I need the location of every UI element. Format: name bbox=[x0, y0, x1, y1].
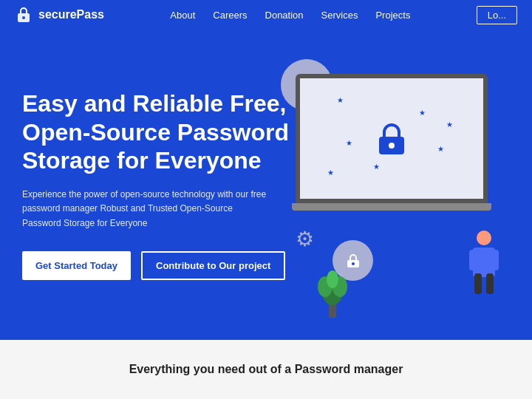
svg-point-7 bbox=[352, 262, 355, 265]
navbar: securePass About Careers Donation Servic… bbox=[0, 0, 532, 30]
hero-illustration: ⚙ ★ ★ ★ ★ ★ ★ ★ bbox=[303, 52, 502, 318]
star-2: ★ bbox=[419, 109, 426, 117]
logo: securePass bbox=[15, 6, 104, 24]
hero-buttons: Get Started Today Contribute to Our proj… bbox=[22, 251, 303, 280]
nav-services[interactable]: Services bbox=[321, 10, 358, 21]
star-3: ★ bbox=[346, 139, 352, 147]
logo-text: securePass bbox=[38, 8, 104, 21]
nav-projects[interactable]: Projects bbox=[375, 10, 410, 21]
laptop-illustration: ★ ★ ★ ★ ★ ★ ★ bbox=[288, 74, 495, 222]
svg-point-12 bbox=[327, 270, 338, 288]
person-icon bbox=[466, 229, 502, 296]
hero-section: Easy and Reliable Free, Open-Source Pass… bbox=[0, 30, 532, 340]
laptop-screen-inner: ★ ★ ★ ★ ★ ★ ★ bbox=[300, 78, 483, 199]
screen-lock-icon bbox=[373, 120, 410, 157]
svg-rect-18 bbox=[486, 273, 494, 294]
bottom-text: Everything you need out of a Password ma… bbox=[129, 363, 403, 376]
logo-icon bbox=[15, 6, 33, 24]
svg-rect-17 bbox=[474, 273, 482, 294]
nav-links: About Careers Donation Services Projects bbox=[170, 8, 410, 21]
svg-point-13 bbox=[477, 231, 491, 245]
get-started-button[interactable]: Get Started Today bbox=[22, 251, 131, 280]
star-1: ★ bbox=[337, 96, 344, 104]
contribute-button[interactable]: Contribute to Our project bbox=[141, 251, 285, 280]
star-5: ★ bbox=[373, 163, 380, 171]
star-4: ★ bbox=[437, 145, 444, 153]
svg-rect-15 bbox=[469, 250, 478, 270]
svg-point-1 bbox=[22, 16, 25, 19]
star-7: ★ bbox=[327, 168, 334, 177]
login-button[interactable]: Lo... bbox=[477, 6, 517, 24]
plant-icon bbox=[318, 259, 347, 318]
bottom-section: Everything you need out of a Password ma… bbox=[0, 340, 532, 399]
svg-rect-16 bbox=[490, 250, 499, 270]
hero-subtitle: Experience the power of open-source tech… bbox=[22, 188, 273, 231]
nav-donation[interactable]: Donation bbox=[265, 10, 304, 21]
laptop-screen: ★ ★ ★ ★ ★ ★ ★ bbox=[296, 74, 488, 203]
nav-about[interactable]: About bbox=[170, 10, 195, 21]
nav-careers[interactable]: Careers bbox=[213, 10, 247, 21]
hero-title: Easy and Reliable Free, Open-Source Pass… bbox=[22, 89, 303, 174]
laptop-base bbox=[292, 203, 491, 211]
star-6: ★ bbox=[446, 120, 453, 129]
hero-content: Easy and Reliable Free, Open-Source Pass… bbox=[22, 89, 303, 280]
svg-point-5 bbox=[389, 143, 395, 149]
